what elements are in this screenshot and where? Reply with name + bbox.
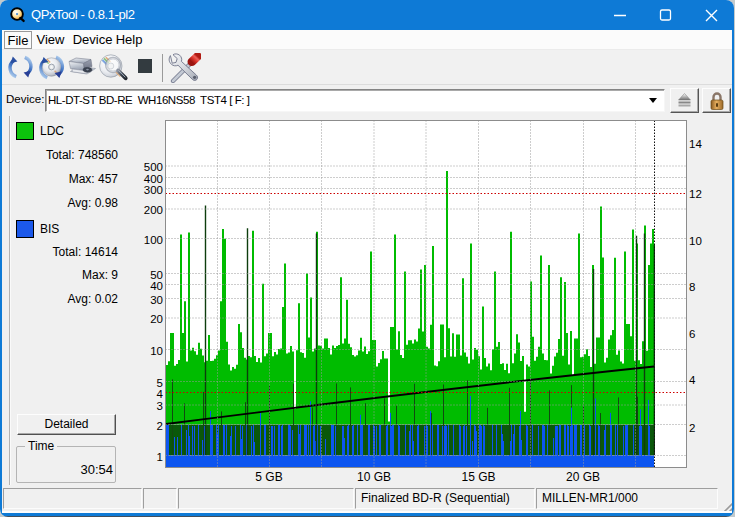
svg-text:5 GB: 5 GB (255, 470, 282, 484)
svg-text:3: 3 (157, 400, 163, 412)
svg-text:200: 200 (144, 204, 163, 216)
svg-text:1: 1 (157, 451, 163, 463)
svg-text:20: 20 (150, 313, 163, 325)
svg-text:2: 2 (689, 422, 695, 434)
svg-text:20 GB: 20 GB (566, 470, 600, 484)
svg-text:12: 12 (689, 188, 702, 200)
svg-text:15 GB: 15 GB (461, 470, 495, 484)
svg-text:4: 4 (157, 388, 164, 400)
svg-text:10: 10 (689, 235, 702, 247)
svg-text:2: 2 (157, 420, 163, 432)
svg-text:14: 14 (689, 138, 702, 150)
svg-text:100: 100 (144, 234, 163, 246)
svg-text:10 GB: 10 GB (357, 470, 391, 484)
svg-text:30: 30 (150, 294, 163, 306)
svg-text:300: 300 (144, 184, 163, 196)
svg-text:500: 500 (144, 161, 163, 173)
svg-text:6: 6 (689, 328, 695, 340)
svg-text:8: 8 (689, 281, 695, 293)
svg-text:10: 10 (150, 345, 163, 357)
svg-text:40: 40 (150, 280, 163, 292)
svg-text:4: 4 (689, 374, 696, 386)
